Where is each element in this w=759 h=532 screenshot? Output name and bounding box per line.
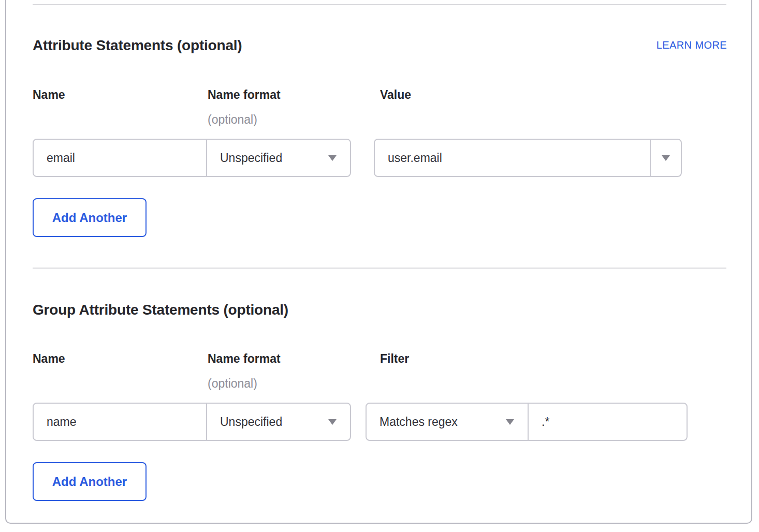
filter-regex-field — [528, 404, 687, 440]
filter-type-selected-value: Matches regex — [380, 415, 458, 429]
value-dropdown-toggle[interactable] — [650, 140, 681, 176]
optional-note: (optional) — [208, 377, 257, 391]
chevron-down-icon — [328, 419, 337, 425]
filter-type-select[interactable]: Matches regex — [367, 404, 528, 440]
attribute-value-combo — [374, 139, 682, 177]
chevron-down-icon — [506, 419, 514, 425]
filter-regex-input[interactable] — [529, 404, 687, 440]
optional-note: (optional) — [208, 113, 257, 127]
attribute-value-field — [375, 140, 650, 176]
attribute-name-input[interactable] — [34, 140, 206, 176]
learn-more-link[interactable]: LEARN MORE — [656, 39, 727, 51]
attribute-name-field — [34, 140, 206, 176]
attribute-value-input[interactable] — [375, 140, 650, 176]
attribute-row-name-and-format: Unspecified — [33, 139, 351, 177]
name-format-selected-value: Unspecified — [220, 151, 282, 165]
column-label-name-format: Name format — [208, 88, 281, 102]
column-label-filter: Filter — [380, 352, 409, 366]
section-divider-middle — [33, 268, 726, 269]
name-format-select[interactable]: Unspecified — [206, 140, 350, 176]
chevron-down-icon — [662, 155, 670, 161]
group-attribute-statements-heading: Group Attribute Statements (optional) — [33, 302, 288, 318]
group-attribute-name-input[interactable] — [34, 404, 206, 440]
add-another-button[interactable]: Add Another — [33, 462, 147, 501]
saml-settings-page: Attribute Statements (optional) LEARN MO… — [0, 0, 759, 532]
add-another-button[interactable]: Add Another — [33, 198, 147, 237]
group-attribute-row-name-and-format: Unspecified — [33, 403, 351, 441]
group-name-format-select[interactable]: Unspecified — [206, 404, 350, 440]
column-label-value: Value — [380, 88, 411, 102]
column-label-name: Name — [33, 88, 65, 102]
section-divider-top — [33, 4, 726, 5]
group-attribute-name-field — [34, 404, 206, 440]
chevron-down-icon — [328, 155, 337, 161]
column-label-name: Name — [33, 352, 65, 366]
attribute-statements-heading: Attribute Statements (optional) — [33, 37, 242, 54]
column-label-name-format: Name format — [208, 352, 281, 366]
settings-card — [5, 0, 752, 524]
group-name-format-selected-value: Unspecified — [220, 415, 282, 429]
group-attribute-filter-combo: Matches regex — [366, 403, 688, 441]
